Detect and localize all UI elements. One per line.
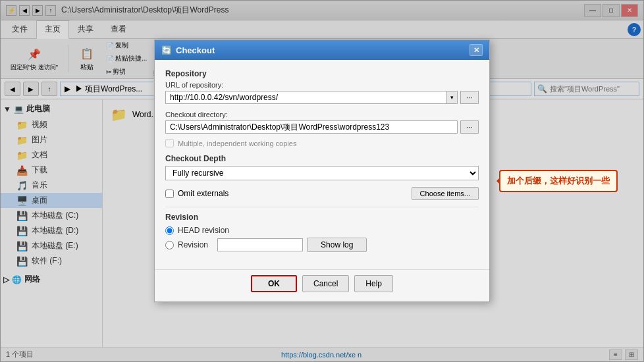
tooltip-text: 加个后缀，这样好识别一些 <box>507 176 610 186</box>
section-divider <box>165 207 479 207</box>
repository-label: Repository <box>165 69 479 78</box>
omit-row: Omit externals Choose items... <box>165 187 479 200</box>
depth-section: Checkout Depth Fully recursive <box>165 154 479 180</box>
dialog-footer: OK Cancel Help <box>155 269 489 301</box>
dir-input[interactable] <box>165 120 458 134</box>
depth-select[interactable]: Fully recursive <box>166 167 478 180</box>
head-revision-row: HEAD revision <box>165 226 479 235</box>
dialog-title-text: Checkout <box>176 45 215 55</box>
revision-radio[interactable] <box>165 241 174 249</box>
multiple-copies-checkbox[interactable] <box>165 139 174 147</box>
dialog-title-bar: 🔄 Checkout ✕ <box>155 40 489 60</box>
dir-row: ··· <box>165 120 479 134</box>
url-dropdown-button[interactable]: ▾ <box>446 91 457 103</box>
revision-section: Revision HEAD revision Revision Show log <box>165 213 479 252</box>
head-revision-radio[interactable] <box>165 226 174 235</box>
checkout-dialog: 🔄 Checkout ✕ Repository URL of repositor… <box>154 39 490 302</box>
cancel-button[interactable]: Cancel <box>302 275 349 292</box>
url-browse-button[interactable]: ··· <box>460 91 479 104</box>
help-dialog-button[interactable]: Help <box>354 275 393 292</box>
depth-select-wrap[interactable]: Fully recursive <box>165 166 479 180</box>
multiple-copies-label: Multiple, independent working copies <box>178 140 296 147</box>
tooltip-bubble: 加个后缀，这样好识别一些 <box>499 170 618 192</box>
dialog-title-icon: 🔄 <box>161 45 172 55</box>
revision-number-input[interactable] <box>217 238 303 251</box>
url-input-wrap[interactable]: ▾ <box>165 91 458 104</box>
url-label: URL of repository: <box>165 81 479 89</box>
choose-items-button[interactable]: Choose items... <box>412 187 479 200</box>
url-row: ▾ ··· <box>165 91 479 104</box>
revision-radio-row: Revision Show log <box>165 238 479 252</box>
revision-radio-label: Revision <box>178 240 208 249</box>
multiple-copies-row: Multiple, independent working copies <box>165 139 479 147</box>
dir-label: Checkout directory: <box>165 111 479 118</box>
dialog-body: Repository URL of repository: ▾ ··· Chec… <box>155 60 489 269</box>
checkout-depth-label: Checkout Depth <box>165 154 479 163</box>
modal-overlay: 🔄 Checkout ✕ Repository URL of repositor… <box>0 0 644 362</box>
dir-browse-button[interactable]: ··· <box>460 120 479 134</box>
url-input[interactable] <box>166 91 446 103</box>
dialog-close-button[interactable]: ✕ <box>470 44 483 56</box>
depth-row: Fully recursive <box>165 166 479 180</box>
omit-externals-label: Omit externals <box>178 189 228 198</box>
revision-label: Revision <box>165 213 479 222</box>
ok-button[interactable]: OK <box>251 275 297 292</box>
head-revision-label: HEAD revision <box>178 226 229 235</box>
omit-externals-checkbox[interactable] <box>165 190 174 198</box>
show-log-button[interactable]: Show log <box>307 238 367 252</box>
